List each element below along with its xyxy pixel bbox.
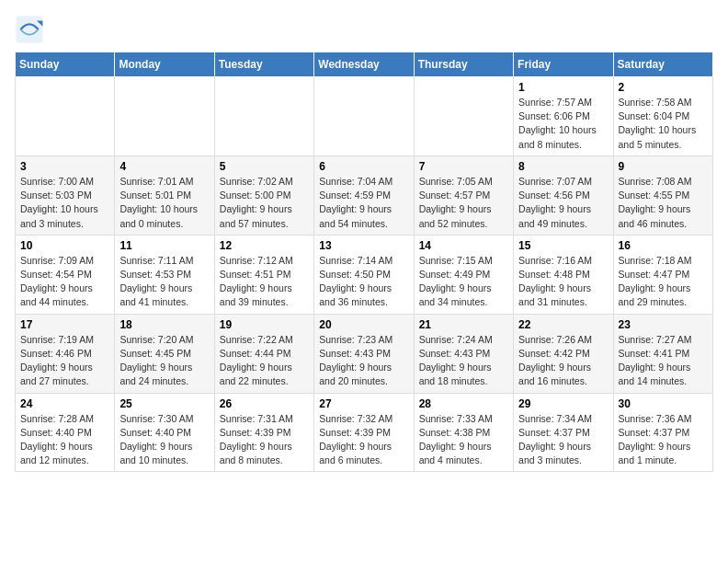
day-number: 23 [619,318,708,331]
day-number: 5 [220,160,309,173]
day-info-text: Sunrise: 7:33 AM Sunset: 4:38 PM Dayligh… [419,412,508,468]
calendar-empty-cell [115,77,214,156]
day-info-text: Sunrise: 7:22 AM Sunset: 4:44 PM Dayligh… [220,333,309,389]
calendar-day-28: 28Sunrise: 7:33 AM Sunset: 4:38 PM Dayli… [414,393,513,472]
day-number: 15 [518,239,608,252]
calendar-day-25: 25Sunrise: 7:30 AM Sunset: 4:40 PM Dayli… [115,393,214,472]
day-number: 30 [619,397,708,410]
weekday-header-thursday: Thursday [414,52,513,77]
day-info-text: Sunrise: 7:26 AM Sunset: 4:42 PM Dayligh… [518,333,608,389]
day-info-text: Sunrise: 7:23 AM Sunset: 4:43 PM Dayligh… [319,333,408,389]
calendar-day-19: 19Sunrise: 7:22 AM Sunset: 4:44 PM Dayli… [214,314,313,393]
day-number: 29 [518,397,608,410]
day-info-text: Sunrise: 7:20 AM Sunset: 4:45 PM Dayligh… [119,333,209,389]
day-info-text: Sunrise: 7:09 AM Sunset: 4:54 PM Dayligh… [20,254,109,310]
day-info-text: Sunrise: 7:34 AM Sunset: 4:37 PM Dayligh… [518,412,608,468]
day-number: 2 [619,81,708,94]
page-header [15,15,713,44]
calendar-empty-cell [214,77,313,156]
weekday-header-saturday: Saturday [613,52,712,77]
day-info-text: Sunrise: 7:32 AM Sunset: 4:39 PM Dayligh… [319,412,408,468]
calendar-week-row: 1Sunrise: 7:57 AM Sunset: 6:06 PM Daylig… [16,77,713,156]
day-info-text: Sunrise: 7:30 AM Sunset: 4:40 PM Dayligh… [119,412,209,468]
day-info-text: Sunrise: 7:00 AM Sunset: 5:03 PM Dayligh… [20,175,109,231]
day-info-text: Sunrise: 7:27 AM Sunset: 4:41 PM Dayligh… [619,333,708,389]
weekday-header-row: SundayMondayTuesdayWednesdayThursdayFrid… [16,52,713,77]
day-number: 20 [319,318,408,331]
day-number: 19 [220,318,309,331]
weekday-header-friday: Friday [514,52,613,77]
day-number: 9 [619,160,708,173]
day-number: 28 [419,397,508,410]
calendar-day-5: 5Sunrise: 7:02 AM Sunset: 5:00 PM Daylig… [214,155,313,235]
day-info-text: Sunrise: 7:19 AM Sunset: 4:46 PM Dayligh… [20,333,109,389]
calendar-day-22: 22Sunrise: 7:26 AM Sunset: 4:42 PM Dayli… [514,314,613,393]
day-number: 7 [419,160,508,173]
calendar-empty-cell [16,77,115,156]
calendar-day-13: 13Sunrise: 7:14 AM Sunset: 4:50 PM Dayli… [314,235,414,314]
calendar-day-2: 2Sunrise: 7:58 AM Sunset: 6:04 PM Daylig… [613,77,712,156]
calendar-day-11: 11Sunrise: 7:11 AM Sunset: 4:53 PM Dayli… [115,235,214,314]
day-number: 13 [319,239,408,252]
calendar-day-18: 18Sunrise: 7:20 AM Sunset: 4:45 PM Dayli… [115,314,214,393]
day-number: 8 [518,160,608,173]
calendar-day-20: 20Sunrise: 7:23 AM Sunset: 4:43 PM Dayli… [314,314,414,393]
logo [15,15,48,44]
svg-rect-0 [17,17,43,43]
day-number: 25 [119,397,209,410]
day-info-text: Sunrise: 7:08 AM Sunset: 4:55 PM Dayligh… [619,175,708,231]
day-info-text: Sunrise: 7:14 AM Sunset: 4:50 PM Dayligh… [319,254,408,310]
calendar-day-9: 9Sunrise: 7:08 AM Sunset: 4:55 PM Daylig… [613,155,712,235]
day-number: 18 [119,318,209,331]
calendar-day-8: 8Sunrise: 7:07 AM Sunset: 4:56 PM Daylig… [514,155,613,235]
day-info-text: Sunrise: 7:31 AM Sunset: 4:39 PM Dayligh… [220,412,309,468]
day-info-text: Sunrise: 7:01 AM Sunset: 5:01 PM Dayligh… [119,175,209,231]
calendar-day-30: 30Sunrise: 7:36 AM Sunset: 4:37 PM Dayli… [613,393,712,472]
day-number: 21 [419,318,508,331]
day-info-text: Sunrise: 7:28 AM Sunset: 4:40 PM Dayligh… [20,412,109,468]
calendar-empty-cell [314,77,414,156]
logo-icon [15,15,44,44]
calendar-week-row: 17Sunrise: 7:19 AM Sunset: 4:46 PM Dayli… [16,314,713,393]
calendar-day-3: 3Sunrise: 7:00 AM Sunset: 5:03 PM Daylig… [16,155,115,235]
calendar-empty-cell [414,77,513,156]
calendar-day-1: 1Sunrise: 7:57 AM Sunset: 6:06 PM Daylig… [514,77,613,156]
calendar-week-row: 3Sunrise: 7:00 AM Sunset: 5:03 PM Daylig… [16,155,713,235]
day-info-text: Sunrise: 7:58 AM Sunset: 6:04 PM Dayligh… [619,96,708,152]
day-number: 11 [119,239,209,252]
calendar-day-27: 27Sunrise: 7:32 AM Sunset: 4:39 PM Dayli… [314,393,414,472]
calendar-day-6: 6Sunrise: 7:04 AM Sunset: 4:59 PM Daylig… [314,155,414,235]
day-number: 14 [419,239,508,252]
calendar-day-21: 21Sunrise: 7:24 AM Sunset: 4:43 PM Dayli… [414,314,513,393]
weekday-header-tuesday: Tuesday [214,52,313,77]
day-number: 6 [319,160,408,173]
day-info-text: Sunrise: 7:16 AM Sunset: 4:48 PM Dayligh… [518,254,608,310]
calendar-day-10: 10Sunrise: 7:09 AM Sunset: 4:54 PM Dayli… [16,235,115,314]
calendar-day-12: 12Sunrise: 7:12 AM Sunset: 4:51 PM Dayli… [214,235,313,314]
day-number: 10 [20,239,109,252]
day-info-text: Sunrise: 7:57 AM Sunset: 6:06 PM Dayligh… [518,96,608,152]
weekday-header-sunday: Sunday [16,52,115,77]
day-info-text: Sunrise: 7:24 AM Sunset: 4:43 PM Dayligh… [419,333,508,389]
weekday-header-monday: Monday [115,52,214,77]
weekday-header-wednesday: Wednesday [314,52,414,77]
calendar-day-14: 14Sunrise: 7:15 AM Sunset: 4:49 PM Dayli… [414,235,513,314]
day-info-text: Sunrise: 7:02 AM Sunset: 5:00 PM Dayligh… [220,175,309,231]
day-info-text: Sunrise: 7:05 AM Sunset: 4:57 PM Dayligh… [419,175,508,231]
day-info-text: Sunrise: 7:18 AM Sunset: 4:47 PM Dayligh… [619,254,708,310]
day-number: 4 [119,160,209,173]
calendar-day-29: 29Sunrise: 7:34 AM Sunset: 4:37 PM Dayli… [514,393,613,472]
day-info-text: Sunrise: 7:36 AM Sunset: 4:37 PM Dayligh… [619,412,708,468]
calendar-day-17: 17Sunrise: 7:19 AM Sunset: 4:46 PM Dayli… [16,314,115,393]
calendar-day-15: 15Sunrise: 7:16 AM Sunset: 4:48 PM Dayli… [514,235,613,314]
calendar-day-16: 16Sunrise: 7:18 AM Sunset: 4:47 PM Dayli… [613,235,712,314]
day-number: 27 [319,397,408,410]
calendar-week-row: 10Sunrise: 7:09 AM Sunset: 4:54 PM Dayli… [16,235,713,314]
calendar-day-7: 7Sunrise: 7:05 AM Sunset: 4:57 PM Daylig… [414,155,513,235]
calendar-day-24: 24Sunrise: 7:28 AM Sunset: 4:40 PM Dayli… [16,393,115,472]
day-info-text: Sunrise: 7:12 AM Sunset: 4:51 PM Dayligh… [220,254,309,310]
day-number: 26 [220,397,309,410]
day-number: 3 [20,160,109,173]
calendar-table: SundayMondayTuesdayWednesdayThursdayFrid… [15,52,713,472]
day-number: 22 [518,318,608,331]
